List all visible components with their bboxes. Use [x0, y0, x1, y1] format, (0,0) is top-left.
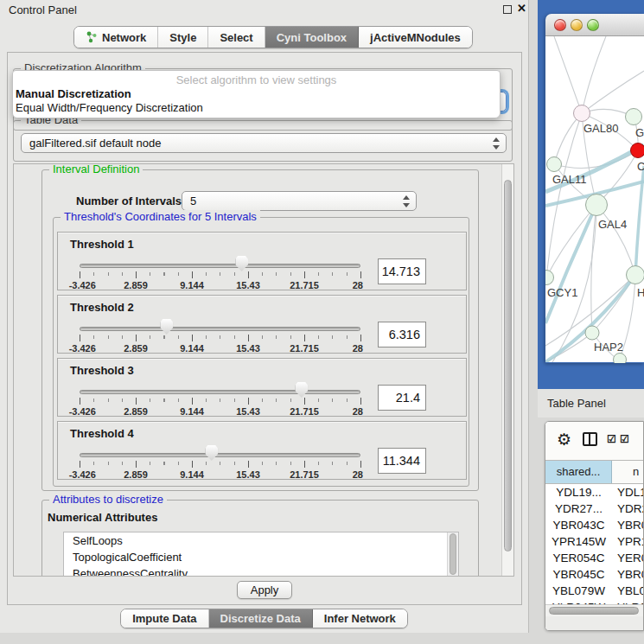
threshold-3-slider[interactable]: -3.426 2.859 9.144 15.43 21.715 28 — [80, 385, 360, 418]
threshold-1-value-field[interactable]: 14.713 — [378, 258, 426, 284]
cell-name[interactable]: YER0 — [612, 550, 643, 566]
table-row[interactable]: YDL19... YDL1 — [545, 484, 643, 501]
popup-option-equal-width[interactable]: Equal Width/Frequency Discretization — [13, 100, 500, 114]
tab-style[interactable]: Style — [158, 27, 208, 48]
network-window: GAL80 G. GAL11 C GAL4 GCY1 H HAP2 — [545, 14, 644, 363]
float-window-icon[interactable] — [503, 5, 512, 14]
tick-label: 21.715 — [290, 343, 319, 354]
network-window-titlebar[interactable] — [545, 14, 644, 36]
cell-name[interactable]: YBL0 — [612, 583, 643, 599]
node-gal80[interactable] — [573, 105, 590, 122]
settings-scrollbar-thumb[interactable] — [504, 180, 512, 552]
checkbox-icon[interactable]: ☑ — [620, 433, 629, 445]
node-label-gal80: GAL80 — [583, 122, 618, 135]
tab-network[interactable]: Network — [74, 27, 158, 48]
slider-thumb[interactable] — [295, 382, 308, 398]
close-traffic-light-icon[interactable] — [554, 19, 566, 31]
slider-thumb[interactable] — [160, 319, 173, 335]
column-header-name[interactable]: n — [612, 461, 643, 483]
minimize-traffic-light-icon[interactable] — [571, 19, 583, 31]
cell-shared-name[interactable]: YPR145W — [545, 533, 612, 550]
tick-label: -3.426 — [69, 469, 96, 480]
threshold-panel-2: Threshold 2 -3.426 2.859 9.144 15.43 — [57, 295, 467, 354]
slider-track[interactable] — [80, 327, 360, 331]
tick-label: 21.715 — [290, 406, 319, 417]
table-row[interactable]: YBR043C YBR0 — [545, 517, 643, 533]
zoom-traffic-light-icon[interactable] — [587, 19, 599, 31]
cell-shared-name[interactable]: YBR045C — [545, 566, 612, 583]
number-of-intervals-label: Number of Intervals — [76, 194, 182, 207]
slider-track[interactable] — [80, 390, 360, 394]
slider-thumb[interactable] — [235, 256, 248, 271]
tick-label: 2.859 — [124, 343, 148, 354]
node-hap2[interactable] — [585, 326, 600, 341]
table-data-combobox[interactable]: galFiltered.sif default node — [21, 133, 507, 153]
close-icon[interactable]: ✕ — [517, 2, 526, 15]
columns-icon[interactable] — [583, 432, 597, 446]
popup-option-manual-discretization[interactable]: Manual Discretization — [13, 86, 500, 100]
threshold-panel-1: Threshold 1 -3.426 2.859 9.144 15.43 — [57, 232, 467, 290]
node-gal11[interactable] — [546, 156, 562, 172]
slider-track[interactable] — [80, 453, 360, 457]
column-header-shared-name[interactable]: shared... — [545, 461, 612, 483]
slider-major-ticks — [80, 271, 361, 278]
tab-label: Select — [220, 31, 252, 44]
cell-name[interactable]: YPR1 — [612, 533, 643, 550]
table-row[interactable]: YDR27... YDR2 — [545, 501, 643, 517]
node-gal4[interactable] — [585, 194, 608, 216]
cell-shared-name[interactable]: YDR27... — [545, 501, 612, 517]
cell-name[interactable]: YDR2 — [612, 501, 643, 517]
tab-impute-data[interactable]: Impute Data — [121, 609, 208, 628]
threshold-2-slider[interactable]: -3.426 2.859 9.144 15.43 21.715 28 — [80, 322, 360, 354]
table-row[interactable]: YBL079W YBL0 — [545, 583, 643, 599]
threshold-1-slider[interactable]: -3.426 2.859 9.144 15.43 21.715 28 — [80, 258, 360, 291]
numerical-attributes-list[interactable]: SelfLoops TopologicalCoefficient Between… — [63, 532, 459, 577]
list-scrollbar[interactable] — [447, 532, 458, 577]
slider-major-ticks — [80, 398, 361, 405]
tab-discretize-data[interactable]: Discretize Data — [209, 609, 313, 628]
checkbox-icon[interactable]: ☑ — [607, 433, 616, 445]
node-h[interactable] — [626, 265, 644, 284]
table-horizontal-scrollbar[interactable] — [545, 604, 643, 616]
cell-shared-name[interactable]: YBL079W — [545, 583, 612, 599]
apply-button[interactable]: Apply — [237, 581, 292, 599]
table-scrollbar-thumb[interactable] — [549, 607, 639, 615]
tab-select[interactable]: Select — [208, 27, 265, 48]
slider-track[interactable] — [80, 264, 360, 268]
list-item[interactable]: SelfLoops — [64, 532, 458, 549]
node-bottom[interactable] — [613, 353, 627, 363]
settings-vertical-scrollbar[interactable] — [501, 164, 513, 576]
table-panel-titlebar: Table Panel — [538, 389, 644, 418]
tab-infer-network[interactable]: Infer Network — [313, 609, 407, 628]
threshold-4-slider[interactable]: -3.426 2.859 9.144 15.43 21.715 28 — [80, 448, 360, 481]
attributes-group: Attributes to discretize Numerical Attri… — [41, 500, 479, 577]
cell-name[interactable]: YBR0 — [612, 566, 643, 583]
table-row[interactable]: YBR045C YBR0 — [545, 566, 643, 583]
table-row[interactable]: YER054C YER0 — [545, 550, 643, 566]
cell-shared-name[interactable]: YER054C — [545, 550, 612, 566]
list-item[interactable]: TopologicalCoefficient — [64, 549, 458, 565]
list-item[interactable]: BetweennessCentrality — [64, 565, 458, 577]
threshold-4-value-field[interactable]: 11.344 — [378, 448, 426, 474]
gear-icon[interactable]: ⚙ — [557, 430, 571, 450]
cell-name[interactable]: YBR0 — [612, 517, 643, 533]
network-canvas[interactable]: GAL80 G. GAL11 C GAL4 GCY1 H HAP2 — [545, 36, 644, 362]
list-scrollbar-thumb[interactable] — [450, 533, 456, 575]
node-selected-red[interactable] — [630, 143, 644, 158]
threshold-3-value-field[interactable]: 21.4 — [378, 385, 426, 411]
cell-shared-name[interactable]: YDL19... — [545, 484, 612, 501]
algorithm-dropdown-popup: Select algorithm to view settings Manual… — [12, 70, 501, 118]
cell-name[interactable]: YDL1 — [612, 484, 643, 501]
bottom-tab-bar: Impute Data Discretize Data Infer Networ… — [0, 609, 528, 628]
slider-thumb[interactable] — [205, 445, 218, 461]
table-row[interactable]: YPR145W YPR1 — [545, 533, 643, 550]
number-of-intervals-combobox[interactable]: 5 — [182, 191, 417, 211]
tab-cyni-toolbox[interactable]: Cyni Toolbox — [265, 27, 359, 48]
tab-label: Infer Network — [324, 612, 396, 625]
table-data-group: Table Data galFiltered.sif default node — [13, 120, 513, 162]
node-right-top[interactable] — [625, 108, 642, 125]
cell-shared-name[interactable]: YBR043C — [545, 517, 612, 533]
tab-jactivemnodules[interactable]: jActiveMNodules — [359, 27, 472, 48]
node-label-h: H — [637, 286, 644, 299]
threshold-2-value-field[interactable]: 6.316 — [378, 322, 426, 348]
